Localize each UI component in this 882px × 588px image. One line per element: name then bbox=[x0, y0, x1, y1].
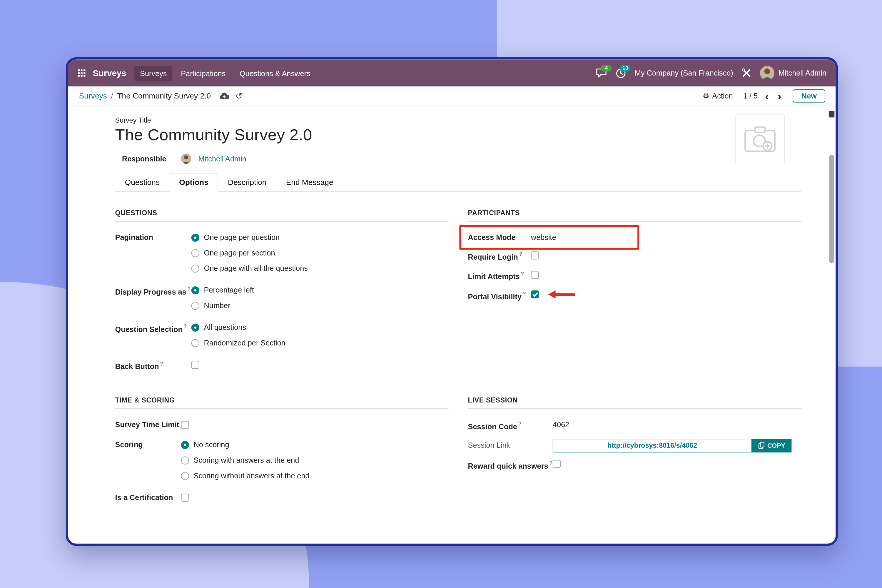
help-marker[interactable]: ? bbox=[160, 361, 164, 366]
action-menu-button[interactable]: ⚙ Action bbox=[703, 92, 733, 100]
scoring-label: Scoring bbox=[115, 437, 181, 453]
help-marker[interactable]: ? bbox=[523, 291, 526, 296]
app-brand[interactable]: Surveys bbox=[93, 68, 126, 78]
survey-time-limit-checkbox[interactable] bbox=[181, 421, 189, 429]
back-button-label: Back Button? bbox=[115, 357, 191, 374]
limit-attempts-label: Limit Attempts? bbox=[468, 267, 531, 284]
pager-previous-button[interactable]: ‹ bbox=[764, 92, 770, 100]
display-progress-option-percentage-left[interactable]: Percentage left bbox=[191, 282, 448, 298]
copy-icon bbox=[758, 442, 764, 449]
breadcrumb: Surveys / The Community Survey 2.0 ↺ bbox=[79, 92, 243, 100]
field-session-link: Session Link http://cybrosys:8016/s/4062 bbox=[468, 439, 801, 453]
access-mode-value[interactable]: website bbox=[531, 233, 556, 242]
cloud-upload-icon bbox=[219, 92, 229, 100]
control-panel: Surveys / The Community Survey 2.0 ↺ bbox=[68, 86, 836, 106]
discard-button[interactable]: ↺ bbox=[236, 92, 243, 100]
user-menu[interactable]: Mitchell Admin bbox=[760, 66, 826, 80]
display-progress-option-number[interactable]: Number bbox=[191, 298, 448, 314]
radio-icon[interactable] bbox=[181, 456, 189, 464]
field-back-button: Back Button? bbox=[115, 357, 448, 374]
help-marker[interactable]: ? bbox=[521, 271, 524, 277]
navbar-right: 4 13 My Company (San Francisco) bbox=[596, 66, 826, 80]
nav-item-questions-answers[interactable]: Questions & Answers bbox=[234, 66, 316, 81]
radio-icon[interactable] bbox=[191, 264, 200, 272]
help-marker[interactable]: ? bbox=[184, 324, 187, 329]
radio-selected-icon[interactable] bbox=[181, 441, 189, 449]
tab-description[interactable]: Description bbox=[218, 173, 276, 192]
portal-visibility-label: Portal Visibility? bbox=[468, 286, 531, 304]
control-panel-right: ⚙ Action 1 / 5 ‹ › New bbox=[703, 89, 825, 103]
reward-quick-answers-checkbox[interactable] bbox=[553, 460, 561, 468]
save-indicator: ↺ bbox=[219, 92, 243, 100]
copy-button[interactable]: COPY bbox=[752, 439, 792, 453]
field-access-mode: Access Mode website bbox=[468, 230, 801, 245]
require-login-label: Require Login? bbox=[468, 248, 531, 265]
pagination-label: Pagination bbox=[115, 230, 191, 245]
gear-icon: ⚙ bbox=[703, 92, 710, 100]
company-switcher[interactable]: My Company (San Francisco) bbox=[635, 69, 733, 77]
scoring-option-without-answers[interactable]: Scoring without answers at the end bbox=[181, 468, 448, 484]
session-code-value[interactable]: 4062 bbox=[553, 421, 569, 429]
back-button-checkbox[interactable] bbox=[191, 360, 200, 368]
section-title-questions: QUESTIONS bbox=[115, 209, 448, 222]
screenshot-stage: Surveys Surveys Participations Questions… bbox=[0, 0, 882, 588]
portal-visibility-checkbox[interactable] bbox=[531, 291, 539, 298]
scoring-option-no-scoring[interactable]: No scoring bbox=[181, 437, 448, 453]
require-login-checkbox[interactable] bbox=[531, 251, 539, 259]
responsible-label: Responsible bbox=[122, 154, 166, 163]
limit-attempts-checkbox[interactable] bbox=[531, 271, 539, 279]
nav-item-surveys[interactable]: Surveys bbox=[134, 66, 172, 81]
session-link-value[interactable]: http://cybrosys:8016/s/4062 bbox=[553, 439, 752, 453]
section-title-live-session: LIVE SESSION bbox=[468, 397, 801, 409]
tab-options[interactable]: Options bbox=[170, 173, 218, 192]
tab-questions[interactable]: Questions bbox=[115, 173, 170, 192]
question-selection-option-all-questions[interactable]: All questions bbox=[191, 320, 448, 335]
notebook-tabs: Questions Options Description End Messag… bbox=[115, 173, 801, 192]
vertical-scrollbar[interactable] bbox=[829, 109, 834, 541]
activities-badge: 13 bbox=[620, 64, 631, 71]
debug-tools-button[interactable] bbox=[742, 68, 752, 78]
question-selection-option-randomized[interactable]: Randomized per Section bbox=[191, 335, 448, 351]
breadcrumb-surveys-link[interactable]: Surveys bbox=[79, 92, 107, 100]
camera-plus-icon bbox=[744, 126, 776, 153]
main-menu: Surveys Participations Questions & Answe… bbox=[134, 68, 316, 78]
pagination-option-one-page-all-questions[interactable]: One page with all the questions bbox=[191, 261, 448, 276]
session-code-label: Session Code? bbox=[468, 417, 553, 435]
group-live-session: LIVE SESSION Session Code? 4062 Session … bbox=[468, 397, 801, 510]
scoring-option-with-answers[interactable]: Scoring with answers at the end bbox=[181, 453, 448, 468]
field-survey-time-limit: Survey Time Limit bbox=[115, 417, 448, 433]
survey-title[interactable]: The Community Survey 2.0 bbox=[115, 126, 801, 144]
pager-next-button[interactable]: › bbox=[777, 92, 783, 100]
help-marker[interactable]: ? bbox=[519, 251, 522, 257]
radio-selected-icon[interactable] bbox=[191, 323, 200, 332]
responsible-value[interactable]: Mitchell Admin bbox=[198, 154, 246, 163]
radio-icon[interactable] bbox=[191, 339, 200, 346]
radio-icon[interactable] bbox=[181, 472, 189, 480]
question-selection-label: Question Selection? bbox=[115, 320, 191, 337]
breadcrumb-current: The Community Survey 2.0 bbox=[117, 92, 211, 100]
new-button[interactable]: New bbox=[793, 89, 825, 103]
responsible-row: Responsible Mitchell Admin bbox=[122, 153, 801, 164]
radio-icon[interactable] bbox=[191, 249, 200, 256]
radio-selected-icon[interactable] bbox=[191, 233, 200, 242]
activities-button[interactable]: 13 bbox=[616, 68, 626, 78]
help-marker[interactable]: ? bbox=[549, 460, 553, 466]
save-cloud-button[interactable] bbox=[219, 92, 229, 100]
scroll-up-button[interactable] bbox=[829, 111, 834, 117]
pagination-option-one-page-per-question[interactable]: One page per question bbox=[191, 230, 448, 245]
apps-menu-button[interactable] bbox=[74, 65, 89, 81]
tab-end-message[interactable]: End Message bbox=[276, 173, 343, 192]
nav-item-participations[interactable]: Participations bbox=[175, 66, 231, 81]
action-label: Action bbox=[712, 92, 733, 100]
help-marker[interactable]: ? bbox=[518, 421, 522, 427]
field-is-certification: Is a Certification bbox=[115, 490, 448, 506]
pagination-option-one-page-per-section[interactable]: One page per section bbox=[191, 245, 448, 261]
radio-selected-icon[interactable] bbox=[191, 286, 200, 294]
is-certification-checkbox[interactable] bbox=[181, 494, 189, 502]
survey-image-placeholder[interactable] bbox=[735, 114, 784, 164]
survey-title-label: Survey Title bbox=[115, 116, 801, 124]
scrollbar-thumb[interactable] bbox=[830, 154, 834, 263]
messages-button[interactable]: 4 bbox=[596, 68, 607, 78]
radio-icon[interactable] bbox=[191, 302, 200, 310]
help-marker[interactable]: ? bbox=[188, 286, 191, 292]
